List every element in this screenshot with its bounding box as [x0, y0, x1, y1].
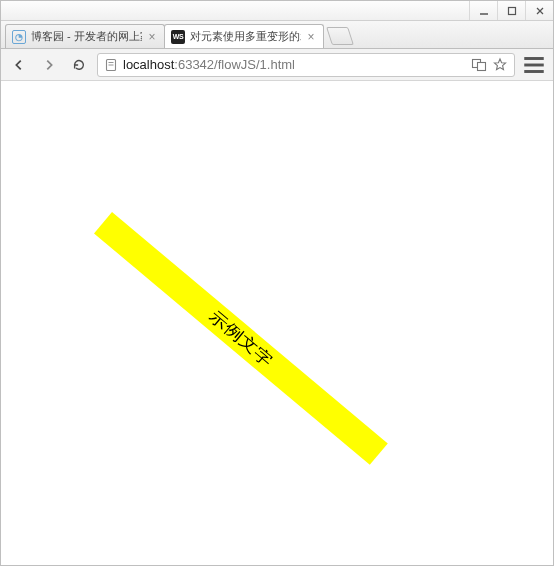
demo-text: 示例文字	[205, 306, 277, 371]
omnibox[interactable]: localhost:63342/flowJS/1.html	[97, 53, 515, 77]
page-icon	[104, 58, 118, 72]
reload-icon	[72, 58, 86, 72]
toolbar: localhost:63342/flowJS/1.html	[1, 49, 553, 81]
favicon-webstorm-icon: WS	[171, 30, 185, 44]
favicon-cnblogs-icon: ◔	[12, 30, 26, 44]
tab-strip: ◔ 博客园 - 开发者的网上家 × WS 对元素使用多重变形的示 ×	[1, 21, 553, 49]
tab-1[interactable]: WS 对元素使用多重变形的示 ×	[164, 24, 324, 48]
demo-transformed-box: 示例文字	[94, 212, 388, 465]
tab-title: 对元素使用多重变形的示	[190, 29, 301, 44]
new-tab-button[interactable]	[326, 27, 354, 45]
tab-title: 博客园 - 开发者的网上家	[31, 29, 142, 44]
menu-button[interactable]	[521, 53, 547, 77]
tab-close-button[interactable]: ×	[146, 31, 158, 43]
reload-button[interactable]	[67, 53, 91, 77]
close-icon	[535, 6, 545, 16]
svg-rect-1	[508, 7, 515, 14]
back-arrow-icon	[12, 58, 26, 72]
back-button[interactable]	[7, 53, 31, 77]
hamburger-icon	[521, 52, 547, 78]
page-viewport: 示例文字	[2, 82, 552, 564]
forward-arrow-icon	[42, 58, 56, 72]
url-rest: :63342/flowJS/1.html	[174, 57, 295, 72]
bookmark-star-icon[interactable]	[492, 57, 508, 73]
maximize-icon	[507, 6, 517, 16]
translate-icon[interactable]	[471, 57, 487, 73]
minimize-icon	[479, 6, 489, 16]
tab-0[interactable]: ◔ 博客园 - 开发者的网上家 ×	[5, 24, 165, 48]
svg-rect-8	[478, 62, 486, 70]
window-close-button[interactable]	[525, 1, 553, 20]
window-minimize-button[interactable]	[469, 1, 497, 20]
window-maximize-button[interactable]	[497, 1, 525, 20]
url-host: localhost	[123, 57, 174, 72]
window-frame	[1, 1, 553, 21]
url-text: localhost:63342/flowJS/1.html	[123, 57, 466, 72]
tab-close-button[interactable]: ×	[305, 31, 317, 43]
forward-button[interactable]	[37, 53, 61, 77]
